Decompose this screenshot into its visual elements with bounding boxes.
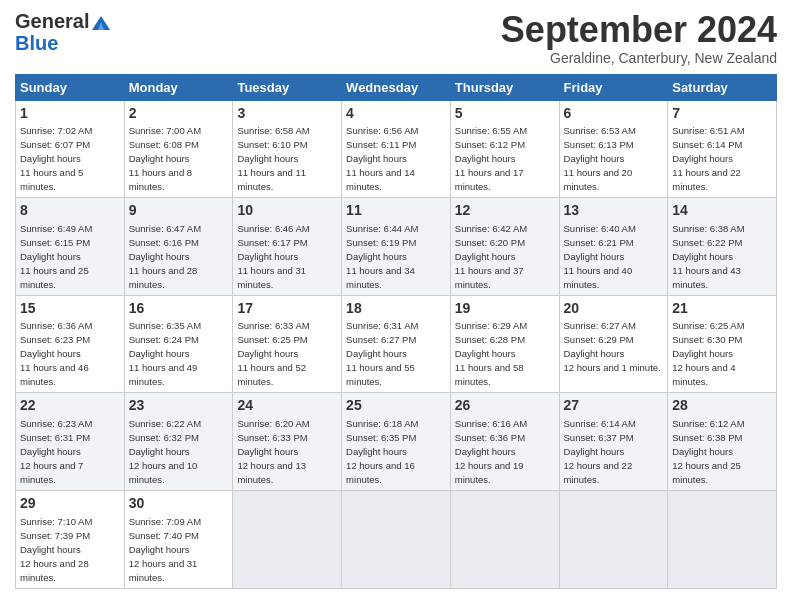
day-number: 1 (20, 104, 120, 124)
day-info: Sunrise: 6:53 AMSunset: 6:13 PMDaylight … (564, 125, 636, 192)
day-number: 26 (455, 396, 555, 416)
day-info: Sunrise: 6:33 AMSunset: 6:25 PMDaylight … (237, 320, 309, 387)
calendar-cell: 3 Sunrise: 6:58 AMSunset: 6:10 PMDayligh… (233, 100, 342, 198)
header: General Blue September 2024 Geraldine, C… (15, 10, 777, 66)
calendar-cell: 27 Sunrise: 6:14 AMSunset: 6:37 PMDaylig… (559, 393, 668, 491)
day-info: Sunrise: 6:22 AMSunset: 6:32 PMDaylight … (129, 418, 201, 485)
day-number: 3 (237, 104, 337, 124)
col-friday: Friday (559, 74, 668, 100)
day-number: 10 (237, 201, 337, 221)
week-row-5: 29 Sunrise: 7:10 AMSunset: 7:39 PMDaylig… (16, 490, 777, 588)
col-thursday: Thursday (450, 74, 559, 100)
day-number: 22 (20, 396, 120, 416)
calendar-cell: 7 Sunrise: 6:51 AMSunset: 6:14 PMDayligh… (668, 100, 777, 198)
location-subtitle: Geraldine, Canterbury, New Zealand (501, 50, 777, 66)
header-row: Sunday Monday Tuesday Wednesday Thursday… (16, 74, 777, 100)
calendar-cell: 23 Sunrise: 6:22 AMSunset: 6:32 PMDaylig… (124, 393, 233, 491)
day-info: Sunrise: 6:49 AMSunset: 6:15 PMDaylight … (20, 223, 92, 290)
day-number: 4 (346, 104, 446, 124)
day-info: Sunrise: 6:25 AMSunset: 6:30 PMDaylight … (672, 320, 744, 387)
calendar-cell: 18 Sunrise: 6:31 AMSunset: 6:27 PMDaylig… (342, 295, 451, 393)
day-info: Sunrise: 7:09 AMSunset: 7:40 PMDaylight … (129, 516, 201, 583)
calendar-cell (668, 490, 777, 588)
week-row-4: 22 Sunrise: 6:23 AMSunset: 6:31 PMDaylig… (16, 393, 777, 491)
day-number: 2 (129, 104, 229, 124)
day-number: 16 (129, 299, 229, 319)
day-info: Sunrise: 6:27 AMSunset: 6:29 PMDaylight … (564, 320, 661, 373)
calendar-cell: 14 Sunrise: 6:38 AMSunset: 6:22 PMDaylig… (668, 198, 777, 296)
calendar-table: Sunday Monday Tuesday Wednesday Thursday… (15, 74, 777, 589)
day-number: 17 (237, 299, 337, 319)
calendar-cell: 30 Sunrise: 7:09 AMSunset: 7:40 PMDaylig… (124, 490, 233, 588)
month-title: September 2024 (501, 10, 777, 50)
calendar-cell: 20 Sunrise: 6:27 AMSunset: 6:29 PMDaylig… (559, 295, 668, 393)
day-number: 12 (455, 201, 555, 221)
calendar-cell: 17 Sunrise: 6:33 AMSunset: 6:25 PMDaylig… (233, 295, 342, 393)
title-block: September 2024 Geraldine, Canterbury, Ne… (501, 10, 777, 66)
calendar-cell: 6 Sunrise: 6:53 AMSunset: 6:13 PMDayligh… (559, 100, 668, 198)
day-info: Sunrise: 7:10 AMSunset: 7:39 PMDaylight … (20, 516, 92, 583)
day-info: Sunrise: 6:23 AMSunset: 6:31 PMDaylight … (20, 418, 92, 485)
day-info: Sunrise: 6:40 AMSunset: 6:21 PMDaylight … (564, 223, 636, 290)
day-info: Sunrise: 6:38 AMSunset: 6:22 PMDaylight … (672, 223, 744, 290)
week-row-2: 8 Sunrise: 6:49 AMSunset: 6:15 PMDayligh… (16, 198, 777, 296)
day-number: 13 (564, 201, 664, 221)
day-info: Sunrise: 6:58 AMSunset: 6:10 PMDaylight … (237, 125, 309, 192)
calendar-cell: 11 Sunrise: 6:44 AMSunset: 6:19 PMDaylig… (342, 198, 451, 296)
calendar-cell: 28 Sunrise: 6:12 AMSunset: 6:38 PMDaylig… (668, 393, 777, 491)
day-info: Sunrise: 6:42 AMSunset: 6:20 PMDaylight … (455, 223, 527, 290)
day-info: Sunrise: 6:46 AMSunset: 6:17 PMDaylight … (237, 223, 309, 290)
calendar-cell: 21 Sunrise: 6:25 AMSunset: 6:30 PMDaylig… (668, 295, 777, 393)
col-saturday: Saturday (668, 74, 777, 100)
day-number: 29 (20, 494, 120, 514)
day-number: 20 (564, 299, 664, 319)
day-number: 5 (455, 104, 555, 124)
day-info: Sunrise: 6:12 AMSunset: 6:38 PMDaylight … (672, 418, 744, 485)
week-row-3: 15 Sunrise: 6:36 AMSunset: 6:23 PMDaylig… (16, 295, 777, 393)
day-info: Sunrise: 6:31 AMSunset: 6:27 PMDaylight … (346, 320, 418, 387)
day-info: Sunrise: 6:35 AMSunset: 6:24 PMDaylight … (129, 320, 201, 387)
calendar-cell: 19 Sunrise: 6:29 AMSunset: 6:28 PMDaylig… (450, 295, 559, 393)
day-info: Sunrise: 6:47 AMSunset: 6:16 PMDaylight … (129, 223, 201, 290)
calendar-cell (233, 490, 342, 588)
day-number: 19 (455, 299, 555, 319)
day-number: 24 (237, 396, 337, 416)
calendar-cell: 1 Sunrise: 7:02 AMSunset: 6:07 PMDayligh… (16, 100, 125, 198)
calendar-cell (342, 490, 451, 588)
calendar-cell: 24 Sunrise: 6:20 AMSunset: 6:33 PMDaylig… (233, 393, 342, 491)
logo-icon (90, 14, 112, 32)
calendar-cell: 8 Sunrise: 6:49 AMSunset: 6:15 PMDayligh… (16, 198, 125, 296)
calendar-cell: 29 Sunrise: 7:10 AMSunset: 7:39 PMDaylig… (16, 490, 125, 588)
day-info: Sunrise: 7:00 AMSunset: 6:08 PMDaylight … (129, 125, 201, 192)
day-info: Sunrise: 6:18 AMSunset: 6:35 PMDaylight … (346, 418, 418, 485)
calendar-cell: 25 Sunrise: 6:18 AMSunset: 6:35 PMDaylig… (342, 393, 451, 491)
logo-general: General (15, 10, 89, 32)
week-row-1: 1 Sunrise: 7:02 AMSunset: 6:07 PMDayligh… (16, 100, 777, 198)
day-number: 6 (564, 104, 664, 124)
day-number: 28 (672, 396, 772, 416)
page-container: General Blue September 2024 Geraldine, C… (0, 0, 792, 599)
col-wednesday: Wednesday (342, 74, 451, 100)
col-tuesday: Tuesday (233, 74, 342, 100)
col-sunday: Sunday (16, 74, 125, 100)
day-info: Sunrise: 6:44 AMSunset: 6:19 PMDaylight … (346, 223, 418, 290)
day-number: 23 (129, 396, 229, 416)
calendar-cell: 9 Sunrise: 6:47 AMSunset: 6:16 PMDayligh… (124, 198, 233, 296)
day-number: 21 (672, 299, 772, 319)
day-number: 27 (564, 396, 664, 416)
calendar-cell (450, 490, 559, 588)
day-number: 30 (129, 494, 229, 514)
day-info: Sunrise: 6:29 AMSunset: 6:28 PMDaylight … (455, 320, 527, 387)
day-info: Sunrise: 6:56 AMSunset: 6:11 PMDaylight … (346, 125, 418, 192)
calendar-cell (559, 490, 668, 588)
day-number: 9 (129, 201, 229, 221)
col-monday: Monday (124, 74, 233, 100)
day-number: 25 (346, 396, 446, 416)
calendar-cell: 4 Sunrise: 6:56 AMSunset: 6:11 PMDayligh… (342, 100, 451, 198)
calendar-cell: 26 Sunrise: 6:16 AMSunset: 6:36 PMDaylig… (450, 393, 559, 491)
calendar-cell: 2 Sunrise: 7:00 AMSunset: 6:08 PMDayligh… (124, 100, 233, 198)
day-info: Sunrise: 6:51 AMSunset: 6:14 PMDaylight … (672, 125, 744, 192)
day-number: 14 (672, 201, 772, 221)
calendar-cell: 15 Sunrise: 6:36 AMSunset: 6:23 PMDaylig… (16, 295, 125, 393)
calendar-cell: 16 Sunrise: 6:35 AMSunset: 6:24 PMDaylig… (124, 295, 233, 393)
